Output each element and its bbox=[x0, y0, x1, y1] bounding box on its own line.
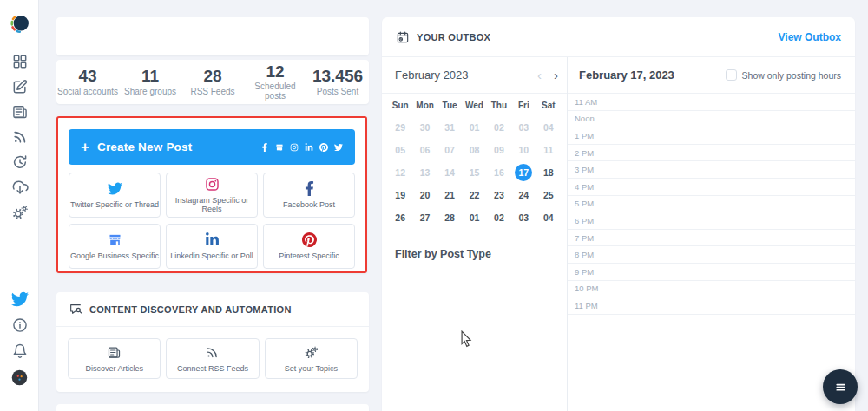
calendar-day[interactable]: 18 bbox=[536, 161, 561, 184]
calendar-day[interactable]: 05 bbox=[388, 139, 412, 161]
linkedin-icon bbox=[305, 143, 313, 152]
calendar-day[interactable]: 30 bbox=[412, 116, 437, 139]
post-type-twitter-specific-or-thread[interactable]: Twitter Specific or Thread bbox=[69, 173, 161, 218]
nav-twitter-profile[interactable] bbox=[11, 290, 29, 308]
calendar-day[interactable]: 20 bbox=[412, 184, 437, 206]
calendar-day[interactable]: 02 bbox=[487, 116, 511, 139]
calendar-day[interactable]: 25 bbox=[536, 184, 561, 206]
filter-by-post-type-label: Filter by Post Type bbox=[382, 229, 567, 260]
calendar-day[interactable]: 15 bbox=[462, 161, 486, 184]
time-slot-noon[interactable] bbox=[608, 111, 855, 127]
time-grid: 11 AM Noon 1 PM 2 PM 3 PM 4 PM 5 PM 6 PM… bbox=[568, 94, 855, 315]
app-logo[interactable] bbox=[9, 12, 31, 35]
discovery-discover-articles[interactable]: Discover Articles bbox=[68, 338, 161, 379]
create-new-post-button[interactable]: + Create New Post bbox=[69, 129, 355, 165]
linkedin-icon bbox=[205, 232, 220, 247]
gears-icon bbox=[304, 345, 319, 360]
calendar-day[interactable]: 28 bbox=[437, 206, 462, 229]
time-slot-3-pm[interactable] bbox=[608, 161, 855, 178]
calendar-day[interactable]: 03 bbox=[511, 206, 536, 229]
calendar-day[interactable]: 26 bbox=[388, 206, 412, 229]
nav-settings[interactable] bbox=[11, 204, 29, 221]
calendar-day[interactable]: 08 bbox=[462, 139, 486, 161]
floating-menu-button[interactable] bbox=[823, 369, 858, 404]
nav-content[interactable] bbox=[11, 103, 29, 121]
day-name: Thu bbox=[487, 101, 511, 116]
calendar-day[interactable]: 22 bbox=[462, 184, 486, 206]
calendar-day[interactable]: 02 bbox=[487, 206, 511, 229]
nav-notifications[interactable] bbox=[11, 342, 29, 360]
nav-compose[interactable] bbox=[11, 78, 29, 95]
nav-help[interactable] bbox=[11, 316, 29, 334]
calendar-day[interactable]: 29 bbox=[388, 116, 412, 139]
show-posting-hours-label: Show only posting hours bbox=[742, 70, 841, 81]
time-slot-1-pm[interactable] bbox=[608, 127, 855, 144]
post-type-linkedin-specific-or-poll[interactable]: Linkedin Specific or Poll bbox=[166, 224, 258, 269]
time-slot-11-am[interactable] bbox=[608, 94, 855, 110]
time-slot-4-pm[interactable] bbox=[608, 179, 855, 195]
calendar-day[interactable]: 14 bbox=[437, 161, 462, 184]
network-icons-group bbox=[260, 143, 343, 152]
posting-hours-filter: Show only posting hours bbox=[726, 69, 841, 81]
calendar-day[interactable]: 11 bbox=[536, 139, 561, 161]
discovery-set-your-topics[interactable]: Set your Topics bbox=[265, 338, 358, 379]
stats-card: 43 Social accounts 11 Share groups 28 RS… bbox=[56, 60, 369, 104]
calendar-day[interactable]: 03 bbox=[511, 116, 536, 139]
time-label: 7 PM bbox=[568, 230, 608, 246]
calendar-day[interactable]: 04 bbox=[536, 206, 561, 229]
calendar-week: 26272801020304 bbox=[382, 206, 567, 229]
calendar-day[interactable]: 19 bbox=[388, 184, 412, 206]
time-slot-6-pm[interactable] bbox=[608, 212, 855, 229]
tile-label: Google Business Specific bbox=[70, 251, 159, 260]
time-label: 1 PM bbox=[568, 127, 608, 144]
calendar-day[interactable]: 24 bbox=[511, 184, 536, 206]
placeholder-card bbox=[56, 17, 369, 55]
calendar-week: 12131415161718 bbox=[382, 161, 567, 184]
user-avatar[interactable] bbox=[10, 369, 29, 387]
calendar-day[interactable]: 04 bbox=[536, 116, 561, 139]
view-outbox-link[interactable]: View Outbox bbox=[779, 31, 841, 43]
calendar-day[interactable]: 07 bbox=[437, 139, 462, 161]
time-label: 11 AM bbox=[568, 94, 608, 110]
time-label: 5 PM bbox=[568, 196, 608, 212]
discovery-connect-rss-feeds[interactable]: Connect RSS Feeds bbox=[166, 338, 259, 379]
time-slot-7-pm[interactable] bbox=[608, 230, 855, 246]
calendar-prev-button[interactable]: ‹ bbox=[537, 68, 542, 82]
calendar-day[interactable]: 06 bbox=[412, 139, 437, 161]
time-slot-8-pm[interactable] bbox=[608, 246, 855, 263]
calendar-day[interactable]: 10 bbox=[511, 139, 536, 161]
stat-scheduled-posts: 12 Scheduled posts bbox=[244, 63, 306, 101]
calendar-day[interactable]: 01 bbox=[462, 206, 486, 229]
calendar-day[interactable]: 27 bbox=[412, 206, 437, 229]
calendar-day[interactable]: 21 bbox=[437, 184, 462, 206]
sidebar bbox=[0, 0, 39, 411]
calendar-day-selected[interactable]: 17 bbox=[511, 161, 536, 184]
post-type-google-business-specific[interactable]: Google Business Specific bbox=[69, 224, 161, 269]
sidebar-top-group bbox=[0, 12, 39, 221]
time-slot-9-pm[interactable] bbox=[608, 264, 855, 280]
nav-import[interactable] bbox=[11, 179, 29, 196]
nav-schedule[interactable] bbox=[11, 153, 29, 171]
post-type-pinterest-specific[interactable]: Pinterest Specific bbox=[263, 224, 355, 269]
tile-label: Facebook Post bbox=[283, 200, 335, 209]
calendar-day[interactable]: 12 bbox=[388, 161, 412, 184]
nav-dashboard[interactable] bbox=[11, 53, 29, 70]
calendar-day[interactable]: 01 bbox=[462, 116, 486, 139]
calendar-day[interactable]: 13 bbox=[412, 161, 437, 184]
post-type-instagram-specific-or-reels[interactable]: Instagram Specific or Reels bbox=[166, 173, 258, 218]
calendar-day[interactable]: 09 bbox=[487, 139, 511, 161]
calendar-day[interactable]: 16 bbox=[487, 161, 511, 184]
post-type-facebook-post[interactable]: Facebook Post bbox=[263, 173, 355, 218]
calendar-week: 29303101020304 bbox=[382, 116, 567, 139]
menu-icon bbox=[833, 380, 848, 395]
time-slot-10-pm[interactable] bbox=[608, 281, 855, 297]
calendar-weeks: 2930310102030405060708091011121314151617… bbox=[382, 116, 567, 229]
time-slot-5-pm[interactable] bbox=[608, 196, 855, 212]
calendar-day[interactable]: 23 bbox=[487, 184, 511, 206]
calendar-day[interactable]: 31 bbox=[437, 116, 462, 139]
nav-rss-feeds[interactable] bbox=[11, 128, 29, 146]
time-slot-11-pm[interactable] bbox=[608, 297, 855, 314]
time-slot-2-pm[interactable] bbox=[608, 145, 855, 161]
calendar-next-button[interactable]: › bbox=[554, 68, 558, 82]
show-posting-hours-checkbox[interactable] bbox=[726, 69, 737, 81]
